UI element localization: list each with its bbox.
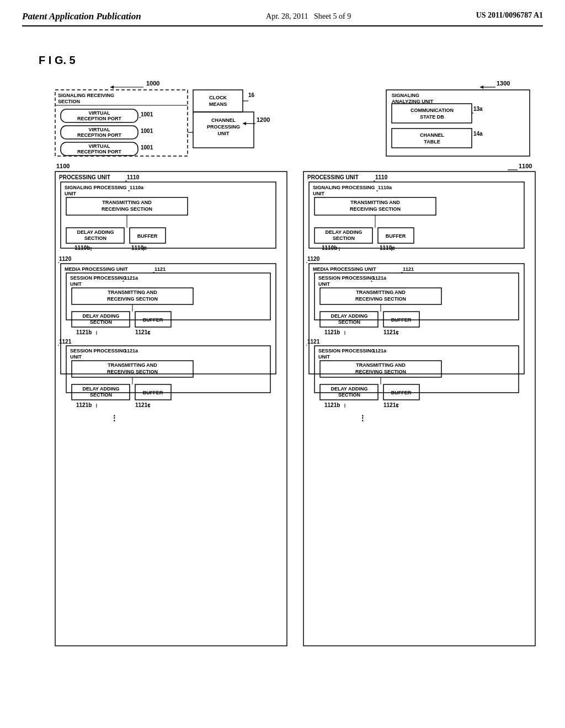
svg-text:1110a: 1110a [130,185,144,190]
svg-text:1110c: 1110c [380,245,395,251]
svg-marker-26 [480,85,483,89]
svg-text:1121a: 1121a [124,275,138,281]
svg-text:SECTION: SECTION [333,235,355,241]
svg-text:1100: 1100 [56,163,70,169]
svg-text:RECEPTION PORT: RECEPTION PORT [77,132,122,138]
svg-rect-117 [303,172,535,646]
publication-sheet: Sheet 5 of 9 [314,12,351,20]
svg-text:SECTION: SECTION [338,392,360,398]
svg-text:BUFFER: BUFFER [391,317,412,323]
page-header: Patent Application Publication Apr. 28, … [22,11,543,26]
svg-text:SECTION: SECTION [58,99,80,104]
svg-rect-19 [193,90,243,112]
svg-text:1110c: 1110c [131,245,147,251]
svg-text:BUFFER: BUFFER [143,317,163,323]
svg-text:⋮: ⋮ [110,414,118,422]
svg-text:DELAY ADDING: DELAY ADDING [331,386,367,392]
svg-text:1110b: 1110b [322,245,337,251]
svg-text:STATE DB: STATE DB [420,114,444,120]
publication-title: Patent Application Publication [22,11,141,22]
svg-text:RECEIVING SECTION: RECEIVING SECTION [355,369,406,374]
svg-text:1121: 1121 [154,266,166,272]
svg-text:DELAY ADDING: DELAY ADDING [77,229,114,235]
svg-text:16: 16 [248,92,255,98]
svg-text:BUFFER: BUFFER [137,233,158,239]
svg-text:MEDIA PROCESSING UNIT: MEDIA PROCESSING UNIT [65,266,128,272]
svg-text:1121b: 1121b [76,402,92,408]
svg-text:UNIT: UNIT [318,281,330,287]
svg-text:1121a: 1121a [372,348,387,354]
svg-text:SIGNALING PROCESSING: SIGNALING PROCESSING [65,185,127,190]
svg-text:14a: 14a [473,131,483,137]
svg-text:DELAY ADDING: DELAY ADDING [82,313,119,319]
svg-text:1121b: 1121b [76,329,92,335]
svg-text:⋮: ⋮ [359,414,366,422]
svg-text:BUFFER: BUFFER [386,233,406,239]
svg-text:RECEIVING SECTION: RECEIVING SECTION [102,206,152,212]
svg-text:1200: 1200 [257,116,270,123]
svg-text:1120: 1120 [59,256,72,262]
svg-text:RECEIVING SECTION: RECEIVING SECTION [350,206,401,212]
svg-text:VIRTUAL: VIRTUAL [89,143,110,149]
svg-marker-32 [243,122,246,125]
svg-text:DELAY ADDING: DELAY ADDING [325,229,362,235]
svg-text:UNIT: UNIT [70,354,82,360]
svg-rect-37 [392,104,472,123]
svg-text:DELAY ADDING: DELAY ADDING [331,313,367,319]
diagram: 1000 SIGNALING RECEIVING SECTION VIRTUAL… [39,73,546,652]
svg-text:1121b: 1121b [324,329,340,335]
svg-text:UNIT: UNIT [65,191,76,196]
svg-text:1110: 1110 [375,174,388,180]
publication-date: Apr. 28, 2011 [266,12,308,20]
svg-text:SIGNALING RECEIVING: SIGNALING RECEIVING [58,93,114,98]
page: Patent Application Publication Apr. 28, … [0,0,565,728]
svg-text:1001: 1001 [141,144,153,151]
svg-text:1121c: 1121c [383,329,399,335]
svg-text:TRANSMITTING AND: TRANSMITTING AND [356,290,406,295]
svg-text:TRANSMITTING AND: TRANSMITTING AND [108,362,157,368]
svg-text:1121: 1121 [59,339,72,345]
svg-text:VIRTUAL: VIRTUAL [89,127,110,132]
svg-text:SECTION: SECTION [338,319,360,325]
svg-text:TRANSMITTING AND: TRANSMITTING AND [108,290,157,295]
svg-text:1001: 1001 [141,128,153,134]
svg-text:SIGNALING PROCESSING: SIGNALING PROCESSING [313,185,375,190]
svg-text:DELAY ADDING: DELAY ADDING [82,386,119,392]
svg-text:PROCESSING UNIT: PROCESSING UNIT [59,174,110,180]
svg-text:RECEIVING SECTION: RECEIVING SECTION [107,369,158,374]
svg-rect-49 [55,172,287,646]
publication-date-sheet: Apr. 28, 2011 Sheet 5 of 9 [266,11,351,22]
svg-text:UNIT: UNIT [318,354,330,360]
svg-text:RECEIVING SECTION: RECEIVING SECTION [355,296,406,302]
figure-area: F I G. 5 1000 SIGNALING RECEIVING SECTIO… [22,54,543,652]
svg-text:RECEPTION PORT: RECEPTION PORT [77,116,122,121]
svg-text:CHANNEL: CHANNEL [211,117,236,123]
svg-text:1110a: 1110a [378,185,392,190]
svg-text:SECTION: SECTION [90,392,112,398]
svg-text:UNIT: UNIT [313,191,324,196]
svg-text:1121c: 1121c [383,402,399,408]
svg-rect-42 [392,129,472,148]
svg-text:PROCESSING: PROCESSING [207,124,240,130]
svg-text:SESSION PROCESSING: SESSION PROCESSING [318,348,375,354]
svg-marker-1 [110,85,114,89]
figure-label: F I G. 5 [39,54,526,67]
svg-text:TABLE: TABLE [424,139,440,144]
svg-text:UNIT: UNIT [218,131,230,136]
svg-text:1120: 1120 [307,256,320,262]
svg-text:1300: 1300 [497,80,510,87]
svg-text:SECTION: SECTION [90,319,112,325]
svg-text:VIRTUAL: VIRTUAL [89,110,110,116]
svg-text:1121c: 1121c [135,329,151,335]
svg-text:COMMUNICATION: COMMUNICATION [411,108,454,113]
svg-text:TRANSMITTING AND: TRANSMITTING AND [102,200,152,205]
svg-text:1121b: 1121b [324,402,340,408]
svg-text:1001: 1001 [141,111,153,117]
svg-text:BUFFER: BUFFER [143,390,163,395]
svg-text:BUFFER: BUFFER [391,390,412,395]
ref-1000: 1000 [146,80,159,87]
svg-text:TRANSMITTING AND: TRANSMITTING AND [350,200,400,205]
svg-text:CHANNEL: CHANNEL [420,132,445,138]
svg-text:1121a: 1121a [372,275,387,281]
svg-text:TRANSMITTING AND: TRANSMITTING AND [356,362,406,368]
